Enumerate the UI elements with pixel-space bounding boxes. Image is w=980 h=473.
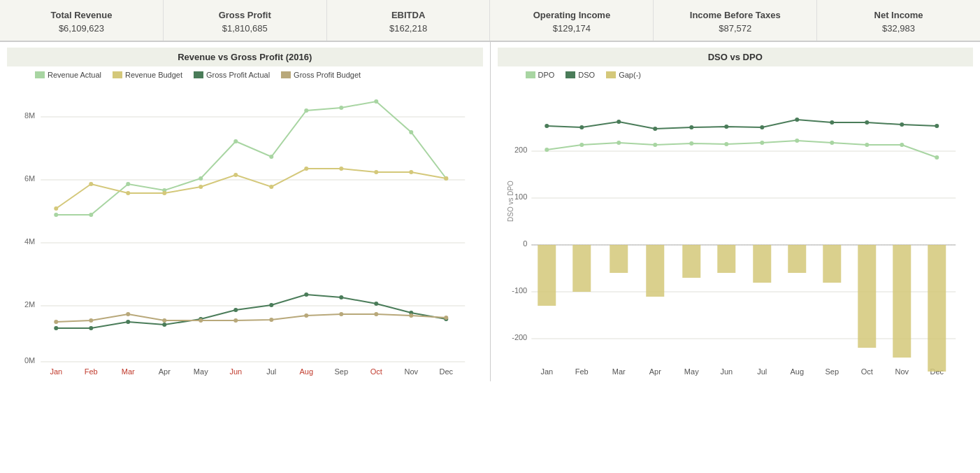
svg-point-122	[689, 125, 693, 129]
svg-point-24	[126, 182, 130, 186]
svg-point-128	[900, 122, 904, 127]
chart2-title: DSO vs DPO	[498, 48, 974, 66]
svg-text:Nov: Nov	[404, 367, 418, 376]
svg-text:200: 200	[514, 146, 526, 154]
svg-point-114	[830, 141, 834, 145]
svg-point-31	[374, 99, 378, 104]
svg-point-34	[54, 206, 58, 211]
svg-rect-104	[893, 245, 911, 358]
svg-point-117	[935, 155, 939, 160]
svg-point-126	[830, 120, 834, 125]
chart2-svg: 200 100 0 -100 -200 DSO vs DPO Jan Feb M…	[498, 82, 974, 376]
svg-point-59	[89, 318, 93, 323]
svg-text:Sep: Sep	[334, 367, 348, 376]
svg-point-115	[865, 143, 869, 147]
svg-text:0M: 0M	[24, 356, 35, 365]
legend-gap: Gap(-)	[606, 71, 641, 79]
svg-text:Nov: Nov	[895, 367, 909, 376]
svg-point-110	[689, 141, 693, 146]
svg-rect-103	[858, 245, 876, 348]
metric-value: $6,109,623	[7, 23, 156, 34]
svg-rect-98	[682, 245, 700, 278]
legend-revenue-actual: Revenue Actual	[35, 71, 101, 79]
svg-point-40	[269, 185, 273, 189]
svg-point-55	[374, 302, 378, 306]
svg-text:-100: -100	[512, 286, 527, 295]
svg-point-129	[935, 124, 939, 128]
metric-card: Operating Income $129,174	[490, 0, 654, 41]
svg-point-29	[304, 108, 308, 113]
svg-text:0: 0	[523, 239, 527, 248]
svg-point-66	[339, 312, 343, 316]
metric-value: $162,218	[334, 23, 483, 34]
svg-rect-99	[717, 245, 735, 273]
svg-point-119	[579, 125, 584, 129]
metric-title: Income Before Taxes	[661, 10, 809, 20]
svg-point-47	[89, 326, 93, 330]
svg-point-49	[162, 323, 166, 327]
svg-point-108	[617, 141, 621, 145]
svg-point-32	[409, 130, 413, 134]
chart1-title: Revenue vs Gross Profit (2016)	[7, 48, 483, 66]
svg-rect-105	[928, 245, 946, 372]
legend-dpo: DPO	[526, 71, 555, 79]
svg-point-53	[304, 292, 308, 297]
svg-point-42	[339, 167, 343, 171]
svg-point-54	[339, 295, 343, 299]
svg-point-60	[126, 312, 130, 316]
svg-point-44	[409, 170, 413, 174]
svg-text:Jun: Jun	[229, 367, 242, 376]
svg-text:Jan: Jan	[50, 367, 62, 376]
svg-text:-200: -200	[512, 333, 527, 341]
legend-dso: DSO	[565, 71, 595, 79]
svg-point-51	[233, 308, 238, 312]
metric-card: EBITDA $162,218	[327, 0, 491, 41]
svg-text:Mar: Mar	[122, 367, 135, 376]
svg-point-63	[233, 318, 238, 323]
svg-point-45	[444, 176, 448, 181]
metric-card: Gross Profit $1,810,685	[164, 0, 327, 41]
metric-title: Total Revenue	[7, 10, 156, 20]
metric-title: Net Income	[824, 10, 973, 20]
metric-value: $87,572	[661, 23, 809, 34]
svg-rect-97	[646, 245, 664, 297]
metrics-row: Total Revenue $6,109,623 Gross Profit $1…	[0, 0, 980, 42]
charts-row: Revenue vs Gross Profit (2016) Revenue A…	[0, 42, 980, 381]
svg-point-64	[269, 318, 273, 322]
svg-point-118	[545, 124, 549, 128]
revenue-gross-profit-panel: Revenue vs Gross Profit (2016) Revenue A…	[0, 42, 491, 381]
legend-gp-actual: Gross Profit Actual	[194, 71, 270, 79]
svg-point-120	[617, 120, 621, 124]
svg-point-69	[444, 316, 448, 320]
svg-point-121	[653, 127, 657, 131]
svg-text:Aug: Aug	[790, 367, 804, 376]
svg-point-22	[54, 213, 58, 217]
svg-point-52	[269, 303, 273, 307]
svg-point-48	[126, 320, 130, 324]
svg-text:Jul: Jul	[266, 367, 276, 376]
svg-point-43	[374, 170, 378, 174]
svg-text:Apr: Apr	[159, 367, 171, 376]
svg-rect-96	[610, 245, 628, 273]
legend-revenue-budget: Revenue Budget	[113, 71, 182, 79]
svg-text:Feb: Feb	[85, 367, 98, 376]
metric-card: Total Revenue $6,109,623	[0, 0, 164, 41]
svg-text:100: 100	[514, 192, 526, 201]
svg-point-36	[126, 191, 130, 195]
svg-rect-94	[538, 245, 556, 306]
svg-rect-95	[572, 245, 591, 292]
legend-gp-budget: Gross Profit Budget	[281, 71, 361, 79]
chart1-legend: Revenue Actual Revenue Budget Gross Prof…	[7, 71, 483, 79]
svg-text:DSO vs DPO: DSO vs DPO	[507, 181, 514, 222]
metric-value: $1,810,685	[171, 23, 319, 34]
svg-point-39	[233, 173, 238, 177]
chart1-svg: 8M 6M 4M 2M 0M Jan Feb Mar Apr May Jun	[7, 82, 483, 376]
metric-title: Gross Profit	[171, 10, 319, 20]
svg-text:May: May	[194, 367, 208, 376]
svg-point-65	[304, 313, 308, 318]
svg-point-37	[162, 191, 166, 195]
chart1-area: 8M 6M 4M 2M 0M Jan Feb Mar Apr May Jun	[7, 82, 483, 376]
svg-text:Aug: Aug	[299, 367, 313, 376]
svg-point-26	[199, 176, 203, 181]
svg-point-112	[760, 141, 764, 145]
